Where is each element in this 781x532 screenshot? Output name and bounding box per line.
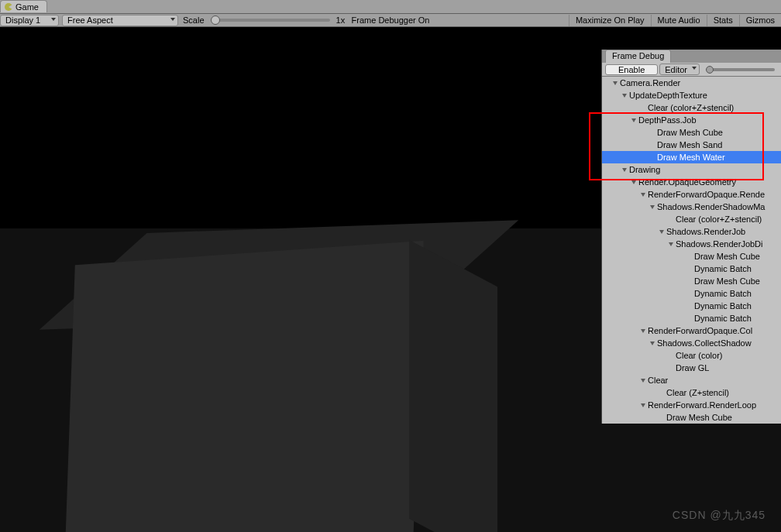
tree-row[interactable]: Dynamic Batch <box>602 287 781 300</box>
maximize-on-play-button[interactable]: Maximize On Play <box>569 15 651 26</box>
scale-label: Scale <box>183 15 205 25</box>
tree-row[interactable]: Shadows.CollectShadow <box>602 337 781 349</box>
game-toolbar: Display 1 Free Aspect Scale 1x Frame Deb… <box>0 13 781 27</box>
aspect-dropdown[interactable]: Free Aspect <box>62 15 178 26</box>
tree-item-label: Draw GL <box>676 363 709 372</box>
tree-row[interactable]: Draw Mesh Water <box>602 151 781 163</box>
expand-arrow-icon[interactable] <box>631 180 636 184</box>
tree-item-label: Dynamic Batch <box>694 314 752 323</box>
tree-item-label: Render.OpaqueGeometry <box>638 177 736 187</box>
expand-arrow-icon[interactable] <box>650 205 655 209</box>
panel-tab-row: Frame Debug <box>602 50 781 63</box>
tree-item-label: RenderForward.RenderLoop <box>648 400 756 410</box>
expand-arrow-icon[interactable] <box>622 94 627 98</box>
tree-row[interactable]: Draw Mesh Cube <box>602 250 781 263</box>
tree-item-label: Dynamic Batch <box>694 301 752 311</box>
tree-item-label: Shadows.CollectShadow <box>657 338 752 348</box>
tree-item-label: RenderForwardOpaque.Rende <box>648 190 765 199</box>
display-dropdown[interactable]: Display 1 <box>0 15 59 26</box>
tree-row[interactable]: Dynamic Batch <box>602 263 781 275</box>
tree-item-label: Clear (Z+stencil) <box>666 388 729 397</box>
tree-row[interactable]: Draw Mesh Sand <box>602 139 781 151</box>
tree-item-label: Clear (color+Z+stencil) <box>648 103 734 112</box>
tree-item-label: Clear (color) <box>676 351 723 360</box>
tab-frame-debug[interactable]: Frame Debug <box>605 50 671 63</box>
tree-item-label: Draw Mesh Cube <box>666 413 732 422</box>
pacman-icon <box>4 2 13 12</box>
tree-row[interactable]: RenderForwardOpaque.Col <box>602 324 781 337</box>
scene-cube-front <box>64 241 424 532</box>
tree-row[interactable]: Render.OpaqueGeometry <box>602 176 781 188</box>
display-value: Display 1 <box>5 15 40 25</box>
tree-row[interactable]: Clear (color+Z+stencil) <box>602 101 781 114</box>
watermark: CSDN @九九345 <box>673 509 766 523</box>
tree-row[interactable]: Shadows.RenderJobDi <box>602 238 781 250</box>
expand-arrow-icon[interactable] <box>641 329 645 333</box>
enable-button[interactable]: Enable <box>605 64 658 75</box>
mute-audio-button[interactable]: Mute Audio <box>651 15 707 26</box>
expand-arrow-icon[interactable] <box>622 168 627 172</box>
tree-item-label: Draw Mesh Water <box>657 153 725 162</box>
slider-thumb[interactable] <box>211 15 220 25</box>
frame-debug-status: Frame Debugger On <box>352 15 430 25</box>
tree-row[interactable]: RenderForward.RenderLoop <box>602 399 781 411</box>
expand-arrow-icon[interactable] <box>641 403 645 407</box>
expand-arrow-icon[interactable] <box>631 118 636 122</box>
mini-slider-thumb[interactable] <box>706 66 714 74</box>
tree-item-label: UpdateDepthTexture <box>629 91 707 100</box>
scale-slider[interactable] <box>214 19 330 22</box>
tree-row[interactable]: Clear (color+Z+stencil) <box>602 213 781 225</box>
tree-item-label: Shadows.RenderJobDi <box>676 239 763 249</box>
tree-item-label: RenderForwardOpaque.Col <box>648 326 752 335</box>
event-slider[interactable] <box>707 68 775 71</box>
tree-row[interactable]: Clear <box>602 374 781 386</box>
tree-row[interactable]: Draw GL <box>602 362 781 374</box>
tree-item-label: Drawing <box>629 165 660 174</box>
tree-item-label: Clear (color+Z+stencil) <box>676 215 762 224</box>
tree-row[interactable]: Clear (color) <box>602 349 781 362</box>
tree-row[interactable]: Draw Mesh Cube <box>602 126 781 139</box>
editor-dropdown[interactable]: Editor <box>659 63 700 75</box>
aspect-value: Free Aspect <box>67 15 113 25</box>
frame-debug-panel: Frame Debug Enable Editor Camera.RenderU… <box>601 50 781 424</box>
tree-item-label: Camera.Render <box>620 78 680 88</box>
tab-label: Game <box>15 2 39 12</box>
expand-arrow-icon[interactable] <box>659 230 664 234</box>
tree-row[interactable]: Camera.Render <box>602 77 781 89</box>
tree-row[interactable]: Clear (Z+stencil) <box>602 386 781 399</box>
tree-row[interactable]: Dynamic Batch <box>602 300 781 312</box>
stats-button[interactable]: Stats <box>707 15 739 26</box>
expand-arrow-icon[interactable] <box>669 242 673 246</box>
tree-row[interactable]: DepthPass.Job <box>602 114 781 126</box>
tree-item-label: Shadows.RenderJob <box>666 227 745 236</box>
expand-arrow-icon[interactable] <box>650 342 655 345</box>
tab-game[interactable]: Game <box>0 0 47 12</box>
tree-item-label: Dynamic Batch <box>694 289 752 298</box>
panel-toolbar: Enable Editor <box>602 63 781 77</box>
tree-row[interactable]: Draw Mesh Cube <box>602 411 781 424</box>
tree-item-label: Draw Mesh Sand <box>657 140 722 149</box>
tab-bar: Game <box>0 0 781 13</box>
tree-row[interactable]: Draw Mesh Cube <box>602 275 781 287</box>
tree-item-label: Shadows.RenderShadowMa <box>657 202 765 211</box>
tree-row[interactable]: UpdateDepthTexture <box>602 89 781 101</box>
tree-row[interactable]: RenderForwardOpaque.Rende <box>602 188 781 201</box>
expand-arrow-icon[interactable] <box>641 379 645 383</box>
tree-item-label: Draw Mesh Cube <box>694 252 760 261</box>
tree-item-label: DepthPass.Job <box>638 115 697 125</box>
tree-row[interactable]: Drawing <box>602 163 781 176</box>
tree-row[interactable]: Shadows.RenderJob <box>602 225 781 238</box>
tree-item-label: Draw Mesh Cube <box>657 128 723 137</box>
expand-arrow-icon[interactable] <box>613 81 618 85</box>
expand-arrow-icon[interactable] <box>641 193 645 197</box>
tree-item-label: Draw Mesh Cube <box>694 276 760 286</box>
gizmos-button[interactable]: Gizmos <box>739 15 781 26</box>
tree-item-label: Dynamic Batch <box>694 264 752 273</box>
tree-item-label: Clear <box>648 376 668 385</box>
tree-row[interactable]: Dynamic Batch <box>602 312 781 324</box>
scene-cube-side <box>409 240 497 532</box>
tree-row[interactable]: Shadows.RenderShadowMa <box>602 201 781 213</box>
scale-value: 1x <box>336 15 346 25</box>
draw-call-tree[interactable]: Camera.RenderUpdateDepthTextureClear (co… <box>602 77 781 424</box>
